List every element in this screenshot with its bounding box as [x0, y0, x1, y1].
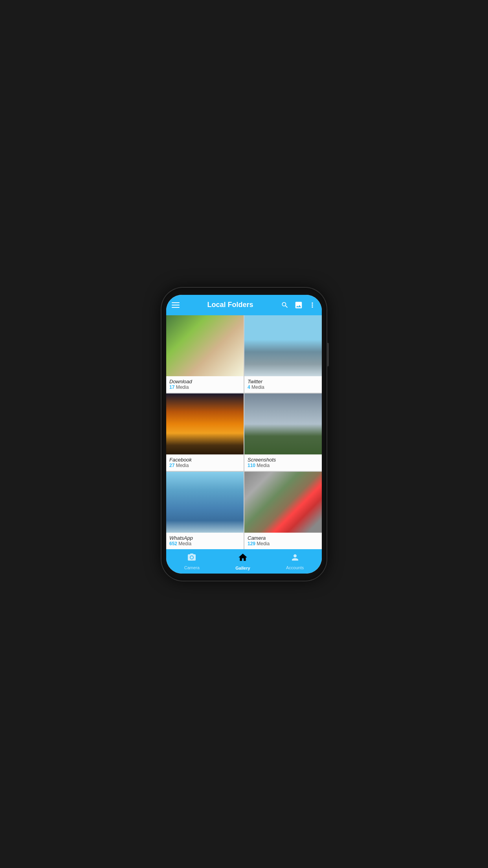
accounts-label: Accounts	[286, 565, 304, 570]
folder-info: Camera129 Media	[244, 533, 322, 549]
nav-item-accounts[interactable]: Accounts	[286, 553, 304, 570]
folder-info: WhatsApp652 Media	[166, 533, 244, 549]
camera-icon	[187, 553, 196, 565]
folder-item-screenshots[interactable]: Screenshots110 Media	[244, 394, 322, 471]
folder-count: 27 Media	[169, 463, 240, 468]
folder-thumbnail-whatsapp	[166, 472, 244, 533]
folder-info: Twitter4 Media	[244, 376, 322, 393]
folder-name: Download	[169, 379, 240, 384]
folder-count: 110 Media	[248, 463, 319, 468]
folder-item-twitter[interactable]: Twitter4 Media	[244, 315, 322, 393]
header-icons	[281, 301, 316, 309]
top-bar: Local Folders	[166, 295, 322, 315]
folder-item-whatsapp[interactable]: WhatsApp652 Media	[166, 472, 244, 549]
folder-info: Download17 Media	[166, 376, 244, 393]
folder-thumbnail-screenshots	[244, 394, 322, 454]
nav-item-camera[interactable]: Camera	[184, 553, 200, 570]
folder-name: WhatsApp	[169, 535, 240, 541]
folder-name: Facebook	[169, 457, 240, 463]
folder-info: Facebook27 Media	[166, 454, 244, 471]
folder-name: Twitter	[248, 379, 319, 384]
folder-count: 17 Media	[169, 384, 240, 390]
folder-item-facebook[interactable]: Facebook27 Media	[166, 394, 244, 471]
folder-info: Screenshots110 Media	[244, 454, 322, 471]
folder-name: Camera	[248, 535, 319, 541]
menu-button[interactable]	[172, 302, 180, 308]
folder-thumbnail-facebook	[166, 394, 244, 454]
gallery-label: Gallery	[235, 566, 250, 570]
camera-label: Camera	[184, 565, 200, 570]
nav-item-gallery[interactable]: Gallery	[235, 552, 250, 570]
folder-count: 129 Media	[248, 541, 319, 546]
phone-frame: Local Folders	[161, 288, 327, 581]
folder-count: 4 Media	[248, 384, 319, 390]
folder-count: 652 Media	[169, 541, 240, 546]
more-options-button[interactable]	[308, 301, 316, 309]
home-icon	[238, 552, 248, 565]
folder-name: Screenshots	[248, 457, 319, 463]
bottom-nav: Camera Gallery Accounts	[166, 549, 322, 574]
folder-item-camera[interactable]: Camera129 Media	[244, 472, 322, 549]
folder-thumbnail-download	[166, 315, 244, 376]
phone-screen: Local Folders	[166, 295, 322, 574]
gallery-view-button[interactable]	[294, 301, 303, 309]
page-title: Local Folders	[180, 301, 281, 309]
gallery-grid: Download17 MediaTwitter4 MediaFacebook27…	[166, 315, 322, 549]
search-button[interactable]	[281, 301, 289, 309]
folder-thumbnail-twitter	[244, 315, 322, 376]
accounts-icon	[290, 553, 300, 565]
folder-item-download[interactable]: Download17 Media	[166, 315, 244, 393]
folder-thumbnail-camera	[244, 472, 322, 533]
